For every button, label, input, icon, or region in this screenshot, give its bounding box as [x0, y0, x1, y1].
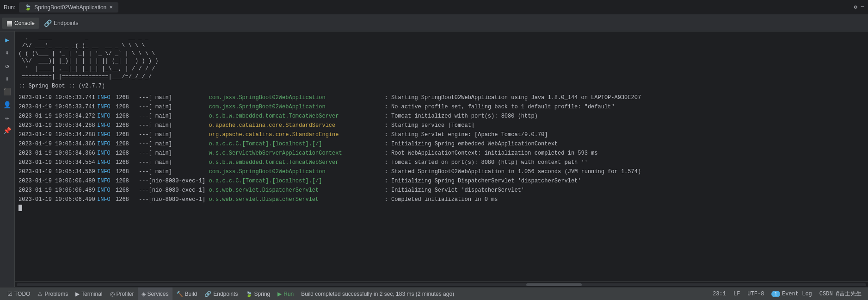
log-line: 2023-01-19 10:05:34.554 INFO 1268 --- [ …: [15, 158, 868, 167]
log-thread: [ main]: [149, 121, 209, 130]
log-message: : Started SpringBoot02WebApplication in …: [385, 168, 641, 176]
problems-item[interactable]: ⚠ Problems: [34, 288, 72, 300]
spring-icon: 🍃: [25, 4, 31, 11]
log-sep: ---: [139, 131, 149, 139]
ascii-art: . ____ _ __ _ _ /\/ ___'_ __ _ _(_)_ __ …: [15, 33, 868, 82]
spring-item[interactable]: 🍃 Spring: [242, 288, 274, 300]
log-logger: com.jsxs.SpringBoot02WebApplication: [209, 94, 385, 102]
log-timestamp: 2023-01-19 10:06:06.489: [18, 177, 97, 185]
endpoints-status-label: Endpoints: [213, 291, 238, 297]
problems-label: Problems: [44, 291, 68, 297]
cursor-position[interactable]: 23:1: [710, 291, 729, 297]
log-pid: 1268: [116, 177, 139, 185]
line-ending[interactable]: LF: [731, 291, 743, 297]
encoding-label: UTF-8: [747, 291, 764, 297]
log-thread: [ main]: [149, 168, 209, 176]
log-line: 2023-01-19 10:06:06.490 INFO 1268 --- [n…: [15, 195, 868, 204]
log-level: INFO: [97, 112, 116, 120]
log-timestamp: 2023-01-19 10:05:34.569: [18, 168, 97, 176]
log-thread: [ main]: [149, 140, 209, 148]
user-label[interactable]: CSDN @吉士先生: [817, 290, 864, 298]
log-thread: [nio-8080-exec-1]: [149, 186, 209, 194]
minimize-icon[interactable]: —: [861, 4, 864, 11]
problems-icon: ⚠: [37, 291, 43, 297]
sidebar-edit-icon[interactable]: ✏: [2, 112, 13, 123]
settings-icon[interactable]: ⚙: [854, 4, 857, 11]
endpoints-tab[interactable]: 🔗 Endpoints: [39, 18, 83, 29]
log-sep: ---: [139, 186, 149, 194]
sidebar-down-icon[interactable]: ⬇: [2, 47, 13, 58]
log-level: INFO: [97, 94, 116, 102]
todo-item[interactable]: ☑ TODO: [4, 288, 34, 300]
log-logger: o.a.c.c.C.[Tomcat].[localhost].[/]: [209, 177, 385, 185]
log-logger: o.a.c.c.C.[Tomcat].[localhost].[/]: [209, 140, 385, 148]
log-timestamp: 2023-01-19 10:05:33.741: [18, 94, 97, 102]
log-sep: ---: [139, 112, 149, 120]
run-status-item[interactable]: ▶ Run: [274, 288, 297, 300]
log-message: : Starting Servlet engine: [Apache Tomca…: [385, 131, 548, 139]
build-icon: 🔨: [176, 291, 183, 297]
user-name: CSDN @吉士先生: [819, 290, 862, 298]
services-item[interactable]: ◈ Services: [138, 288, 172, 300]
log-level: INFO: [97, 168, 116, 176]
event-log-item[interactable]: 1 Event Log: [769, 291, 814, 297]
endpoints-status-item[interactable]: 🔗 Endpoints: [201, 288, 241, 300]
log-timestamp: 2023-01-19 10:05:34.288: [18, 131, 97, 139]
log-pid: 1268: [116, 168, 139, 176]
log-thread: [ main]: [149, 131, 209, 139]
log-pid: 1268: [116, 112, 139, 120]
endpoints-tab-label: Endpoints: [54, 20, 78, 26]
scroll-thumb[interactable]: [526, 283, 582, 286]
run-status-icon: ▶: [277, 291, 282, 297]
log-level: INFO: [97, 149, 116, 157]
log-sep: ---: [139, 177, 149, 185]
log-timestamp: 2023-01-19 10:05:33.741: [18, 103, 97, 111]
console-tab[interactable]: ▦ Console: [2, 18, 39, 29]
log-line: 2023-01-19 10:05:34.272 INFO 1268 --- [ …: [15, 112, 868, 121]
encoding[interactable]: UTF-8: [745, 291, 767, 297]
log-level: INFO: [97, 131, 116, 139]
sidebar-rerun-icon[interactable]: ↺: [2, 60, 13, 71]
log-thread: [nio-8080-exec-1]: [149, 177, 209, 185]
log-logger: com.jsxs.SpringBoot02WebApplication: [209, 168, 385, 176]
event-log-badge: 1: [771, 291, 780, 297]
log-message: : Starting SpringBoot02WebApplication us…: [385, 94, 641, 102]
profiler-item[interactable]: ◎ Profiler: [106, 288, 138, 300]
log-thread: [ main]: [149, 158, 209, 167]
scroll-track[interactable]: [17, 283, 866, 286]
scroll-area[interactable]: [15, 281, 868, 287]
sidebar-up-icon[interactable]: ⬆: [2, 73, 13, 84]
log-sep: ---: [139, 168, 149, 176]
log-timestamp: 2023-01-19 10:05:34.288: [18, 121, 97, 130]
run-label: Run:: [4, 4, 15, 11]
tab-close-button[interactable]: ✕: [109, 5, 113, 10]
log-logger: org.apache.catalina.core.StandardEngine: [209, 131, 385, 139]
endpoints-icon: 🔗: [44, 19, 52, 27]
active-run-tab[interactable]: 🍃 SpringBoot02WebApplication ✕: [19, 2, 118, 12]
log-logger: com.jsxs.SpringBoot02WebApplication: [209, 103, 385, 111]
log-level: INFO: [97, 103, 116, 111]
log-line: 2023-01-19 10:05:34.366 INFO 1268 --- [ …: [15, 139, 868, 149]
services-label: Services: [148, 291, 169, 297]
log-pid: 1268: [116, 186, 139, 194]
status-bar: ☑ TODO ⚠ Problems ▶ Terminal ◎ Profiler …: [0, 287, 868, 300]
log-thread: [ main]: [149, 149, 209, 157]
log-message: : Initializing Spring DispatcherServlet …: [385, 177, 581, 185]
log-sep: ---: [139, 121, 149, 130]
sidebar: ▶ ⬇ ↺ ⬆ ⬛ 👤 ✏ 📌: [0, 31, 15, 287]
sidebar-stop-icon[interactable]: ⬛: [2, 86, 13, 97]
log-pid: 1268: [116, 149, 139, 157]
terminal-item[interactable]: ▶ Terminal: [72, 288, 106, 300]
sidebar-play-icon[interactable]: ▶: [2, 34, 13, 45]
log-sep: ---: [139, 149, 149, 157]
sidebar-pin-icon[interactable]: 📌: [2, 125, 13, 136]
sidebar-user-icon[interactable]: 👤: [2, 99, 13, 110]
log-message: : Initializing Spring embedded WebApplic…: [385, 140, 558, 148]
log-logger: o.s.b.w.embedded.tomcat.TomcatWebServer: [209, 158, 385, 167]
log-logger: o.s.web.servlet.DispatcherServlet: [209, 195, 385, 204]
log-logger: w.s.c.ServletWebServerApplicationContext: [209, 149, 385, 157]
log-container: 2023-01-19 10:05:33.741 INFO 1268 --- [ …: [15, 93, 868, 204]
log-thread: [ main]: [149, 112, 209, 120]
log-message: : Tomcat started on port(s): 8080 (http)…: [385, 158, 588, 167]
build-item[interactable]: 🔨 Build: [172, 288, 201, 300]
